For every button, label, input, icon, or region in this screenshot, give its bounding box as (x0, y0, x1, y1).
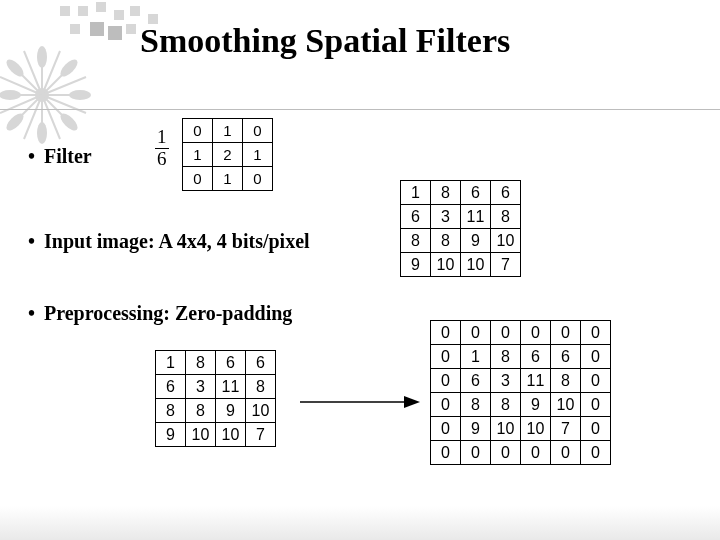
matrix-cell: 0 (431, 369, 461, 393)
matrix-cell: 10 (216, 423, 246, 447)
matrix-cell: 1 (461, 345, 491, 369)
matrix-cell: 0 (581, 441, 611, 465)
bullet-preproc-text: Preprocessing: Zero-padding (44, 302, 292, 324)
matrix-cell: 0 (521, 441, 551, 465)
matrix-cell: 6 (461, 181, 491, 205)
matrix-cell: 8 (491, 345, 521, 369)
matrix-cell: 8 (461, 393, 491, 417)
svg-rect-1 (78, 6, 88, 16)
matrix-cell: 0 (581, 417, 611, 441)
svg-line-26 (0, 95, 42, 113)
matrix-cell: 1 (243, 143, 273, 167)
matrix-cell: 0 (431, 393, 461, 417)
matrix-cell: 9 (156, 423, 186, 447)
matrix-cell: 2 (213, 143, 243, 167)
svg-point-10 (36, 89, 48, 101)
matrix-cell: 8 (156, 399, 186, 423)
matrix-cell: 0 (581, 393, 611, 417)
slide-title: Smoothing Spatial Filters (140, 22, 510, 60)
matrix-cell: 3 (431, 205, 461, 229)
matrix-cell: 0 (551, 321, 581, 345)
matrix-cell: 8 (246, 375, 276, 399)
bullet-input-text: Input image: A 4x4, 4 bits/pixel (44, 230, 310, 252)
matrix-cell: 6 (521, 345, 551, 369)
matrix-cell: 10 (431, 253, 461, 277)
matrix-cell: 11 (521, 369, 551, 393)
matrix-cell: 6 (216, 351, 246, 375)
matrix-cell: 11 (216, 375, 246, 399)
arrow-right-icon (300, 392, 420, 412)
matrix-zero-padded: 0000000186600631180088910009101070000000 (430, 320, 611, 465)
svg-point-30 (69, 90, 91, 100)
matrix-cell: 8 (186, 399, 216, 423)
matrix-cell: 6 (156, 375, 186, 399)
matrix-filter: 010121010 (182, 118, 273, 191)
svg-line-15 (42, 61, 76, 95)
svg-line-24 (24, 95, 42, 139)
matrix-cell: 8 (431, 229, 461, 253)
svg-rect-3 (114, 10, 124, 20)
svg-point-33 (58, 111, 81, 134)
fraction-one-sixth: 1 6 (155, 127, 169, 170)
svg-line-21 (42, 77, 86, 95)
matrix-cell: 8 (491, 393, 521, 417)
matrix-cell: 10 (551, 393, 581, 417)
matrix-cell: 1 (213, 119, 243, 143)
matrix-cell: 6 (401, 205, 431, 229)
title-underline (0, 109, 720, 110)
matrix-cell: 9 (461, 229, 491, 253)
svg-point-29 (0, 90, 21, 100)
matrix-cell: 9 (461, 417, 491, 441)
matrix-cell: 6 (246, 351, 276, 375)
matrix-cell: 0 (431, 345, 461, 369)
matrix-cell: 8 (431, 181, 461, 205)
matrix-cell: 8 (491, 205, 521, 229)
svg-rect-0 (60, 6, 70, 16)
svg-point-28 (37, 122, 47, 144)
matrix-cell: 3 (186, 375, 216, 399)
bullet-filter-text: Filter (44, 145, 92, 167)
svg-point-27 (37, 46, 47, 68)
svg-rect-6 (90, 22, 104, 36)
matrix-cell: 1 (183, 143, 213, 167)
svg-line-20 (24, 51, 42, 95)
matrix-cell: 10 (461, 253, 491, 277)
matrix-input-copy: 18666311888910910107 (155, 350, 276, 447)
matrix-cell: 0 (461, 321, 491, 345)
matrix-cell: 6 (461, 369, 491, 393)
svg-line-25 (42, 95, 86, 113)
matrix-cell: 0 (183, 119, 213, 143)
fraction-numerator: 1 (155, 127, 169, 149)
matrix-cell: 10 (491, 417, 521, 441)
matrix-cell: 6 (551, 345, 581, 369)
svg-line-19 (42, 51, 60, 95)
matrix-cell: 0 (243, 167, 273, 191)
svg-line-17 (42, 95, 76, 129)
matrix-cell: 0 (461, 441, 491, 465)
matrix-cell: 11 (461, 205, 491, 229)
matrix-cell: 9 (401, 253, 431, 277)
matrix-cell: 0 (521, 321, 551, 345)
matrix-cell: 7 (551, 417, 581, 441)
svg-rect-9 (126, 24, 136, 34)
slide-bottom-shadow (0, 506, 720, 540)
matrix-cell: 0 (491, 321, 521, 345)
svg-point-31 (58, 57, 81, 80)
matrix-cell: 0 (243, 119, 273, 143)
bullet-filter: •Filter (28, 145, 92, 168)
svg-rect-8 (70, 24, 80, 34)
matrix-cell: 10 (246, 399, 276, 423)
matrix-cell: 1 (213, 167, 243, 191)
matrix-cell: 1 (156, 351, 186, 375)
fraction-denominator: 6 (155, 149, 169, 170)
matrix-cell: 10 (521, 417, 551, 441)
matrix-cell: 0 (581, 345, 611, 369)
matrix-cell: 0 (581, 369, 611, 393)
matrix-cell: 10 (491, 229, 521, 253)
svg-line-22 (0, 77, 42, 95)
svg-rect-4 (130, 6, 140, 16)
svg-marker-36 (404, 396, 420, 408)
matrix-cell: 0 (581, 321, 611, 345)
svg-line-16 (8, 61, 42, 95)
matrix-cell: 7 (246, 423, 276, 447)
